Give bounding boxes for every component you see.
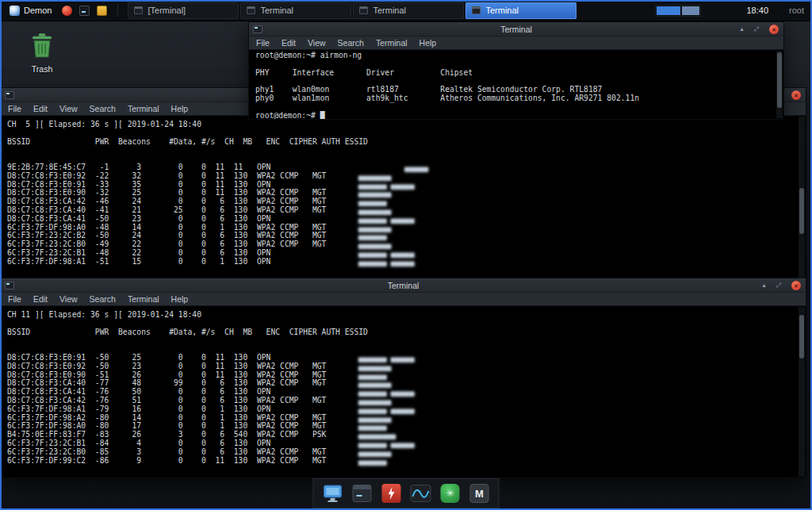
menubar: FileEditViewSearchTerminalHelp xyxy=(249,36,783,50)
spark-app-icon[interactable]: ✳ xyxy=(439,482,462,504)
essid-redacted: ▄▄▄▄▄▄▄ xyxy=(335,205,391,214)
wave-app-icon[interactable] xyxy=(410,482,432,504)
menu-item[interactable]: Help xyxy=(171,104,189,113)
essid-redacted: ▄▄▄▄▄▄▄ xyxy=(335,171,391,180)
essid-redacted: ▄▄▄▄▄▄ ▄▄▄▄▄ xyxy=(335,257,414,266)
scrollbar[interactable] xyxy=(776,51,783,118)
taskbar-item-label: Terminal xyxy=(485,6,519,15)
menu-item[interactable]: View xyxy=(59,104,78,113)
close-button[interactable]: ✕ xyxy=(769,25,779,34)
workspace-2[interactable] xyxy=(682,6,699,15)
menu-item[interactable]: Search xyxy=(338,38,364,48)
taskbar-item-terminal-3[interactable]: Terminal xyxy=(353,2,464,19)
window-title: Terminal xyxy=(1,278,806,293)
essid-redacted: ▄▄▄▄▄▄▄ xyxy=(335,396,391,405)
bolt-app-icon[interactable] xyxy=(381,482,403,504)
menu-item[interactable]: Search xyxy=(90,104,116,113)
scrollbar[interactable] xyxy=(799,117,805,278)
essid-redacted: ▄▄▄▄▄▄▄ xyxy=(335,447,391,456)
close-button[interactable]: ✕ xyxy=(791,90,801,100)
titlebar[interactable]: Terminal ▴ ⤢ ✕ xyxy=(1,278,806,293)
applications-menu-label: Demon xyxy=(24,6,52,15)
essid-redacted: ▄▄▄▄▄▄ ▄▄▄▄▄ xyxy=(335,439,414,447)
essid-redacted: ▄▄▄▄▄▄▄ xyxy=(335,413,391,422)
terminal-window-airmon: Terminal ▴ ⤢ ✕ FileEditViewSearchTermina… xyxy=(248,21,784,120)
menu-item[interactable]: Edit xyxy=(33,104,48,113)
menu-item[interactable]: Search xyxy=(90,294,116,304)
essid-redacted: ▄▄▄▄▄▄ xyxy=(335,421,386,430)
close-button[interactable]: ✕ xyxy=(791,281,801,290)
applications-menu-button[interactable]: Demon xyxy=(6,4,55,17)
essid-redacted: ▄▄▄▄▄▄▄ xyxy=(335,362,391,370)
menu-item[interactable]: File xyxy=(8,104,21,113)
close-icon: ✕ xyxy=(794,93,799,98)
terminal-icon xyxy=(247,6,255,14)
shade-button[interactable]: ▴ xyxy=(763,282,766,289)
menu-item[interactable]: File xyxy=(256,38,270,48)
terminal-icon[interactable] xyxy=(351,482,373,504)
m-logo-glyph: M xyxy=(470,484,489,503)
files-launcher-icon[interactable] xyxy=(97,6,107,16)
display-icon[interactable] xyxy=(322,482,344,504)
essid-redacted: ▄▄▄▄▄▄▄▄ xyxy=(335,430,396,439)
taskbar: [Terminal] Terminal Terminal Terminal xyxy=(128,2,576,19)
maximize-button[interactable]: ⤢ xyxy=(754,26,759,33)
lightning-icon xyxy=(387,487,396,500)
terminal-output: CH 5 ][ Elapsed: 36 s ][ 2019-01-24 18:4… xyxy=(1,116,806,279)
terminal-window-airodump-ch11: Terminal ▴ ⤢ ✕ FileEditViewSearchTermina… xyxy=(0,278,806,478)
menu-item[interactable]: File xyxy=(8,294,21,304)
trash-desktop-icon[interactable]: Trash xyxy=(21,32,63,74)
titlebar[interactable]: Terminal ▴ ⤢ ✕ xyxy=(249,22,783,36)
menu-item[interactable]: Edit xyxy=(282,38,296,48)
menu-item[interactable]: Edit xyxy=(33,294,48,304)
demon-logo-icon xyxy=(10,6,20,16)
scrollbar[interactable] xyxy=(799,307,805,477)
red-app-glyph xyxy=(382,484,401,503)
workspace-pager[interactable] xyxy=(655,5,701,17)
browser-launcher-icon[interactable] xyxy=(62,6,72,16)
window-title: Terminal xyxy=(249,22,783,36)
ap-table: D8:C7:C8:F3:E0:91 -50 25 0 0 11 130 OPN … xyxy=(7,354,806,465)
scrollbar-thumb[interactable] xyxy=(799,315,804,359)
terminal-icon xyxy=(472,6,481,14)
metasploit-icon[interactable]: M xyxy=(469,482,491,504)
taskbar-item-terminal-2[interactable]: Terminal xyxy=(240,2,351,19)
panel-username: root xyxy=(789,6,804,15)
essid-redacted: ▄▄▄▄▄▄ ▄▄▄▄▄ xyxy=(335,387,414,396)
ap-table: 9E:2B:77:8E:45:C7 -1 3 0 0 11 11 OPN ▄▄▄… xyxy=(7,163,806,267)
menu-item[interactable]: Terminal xyxy=(128,104,159,113)
menu-item[interactable]: Help xyxy=(419,38,437,48)
top-panel: Demon [Terminal] Terminal Terminal Ter xyxy=(0,0,812,21)
shade-button[interactable]: ▴ xyxy=(741,26,744,33)
menu-item[interactable]: Terminal xyxy=(128,294,159,304)
taskbar-item-label: [Terminal] xyxy=(147,6,186,15)
menu-item[interactable]: Terminal xyxy=(376,38,408,48)
essid-redacted: ▄▄▄▄▄▄ xyxy=(335,231,386,240)
taskbar-item-terminal-1[interactable]: [Terminal] xyxy=(128,2,239,19)
green-app-glyph: ✳ xyxy=(441,484,460,503)
monitor-glyph xyxy=(323,484,343,504)
panel-clock: 18:40 xyxy=(747,6,769,15)
taskbar-item-terminal-4-active[interactable]: Terminal xyxy=(465,2,576,19)
essid-redacted: ▄▄▄▄▄▄▄ xyxy=(335,378,391,387)
taskbar-item-label: Terminal xyxy=(260,6,293,15)
terminal-launcher-icon[interactable] xyxy=(79,6,90,16)
menu-item[interactable]: View xyxy=(59,294,78,304)
menu-item[interactable]: View xyxy=(308,38,326,48)
trash-can-icon xyxy=(29,32,56,59)
airmon-output: root@demon:~# airmon-ng PHY Interface Dr… xyxy=(255,52,783,119)
taskbar-item-label: Terminal xyxy=(373,6,406,15)
essid-redacted: ▄▄▄▄▄▄ ▄▄▄▄▄ xyxy=(335,214,414,223)
dock: ✳ M xyxy=(313,478,500,508)
scrollbar-thumb[interactable] xyxy=(799,188,804,234)
essid-redacted: ▄▄▄▄▄▄ ▄▄▄▄▄ xyxy=(335,180,414,189)
workspace-1-active[interactable] xyxy=(657,6,680,15)
menu-item[interactable]: Help xyxy=(171,294,189,304)
terminal-icon xyxy=(359,6,368,14)
ap-row: 6C:F3:7F:DF:98:A1 -51 15 0 0 1 130 OPN ▄… xyxy=(7,258,806,267)
scrollbar-thumb[interactable] xyxy=(777,52,782,108)
maximize-button[interactable]: ⤢ xyxy=(776,282,781,289)
close-icon: ✕ xyxy=(772,27,776,33)
menubar: FileEditViewSearchTerminalHelp xyxy=(1,293,806,306)
essid-redacted: ▄▄▄▄▄▄ ▄▄▄▄▄ xyxy=(335,405,414,413)
